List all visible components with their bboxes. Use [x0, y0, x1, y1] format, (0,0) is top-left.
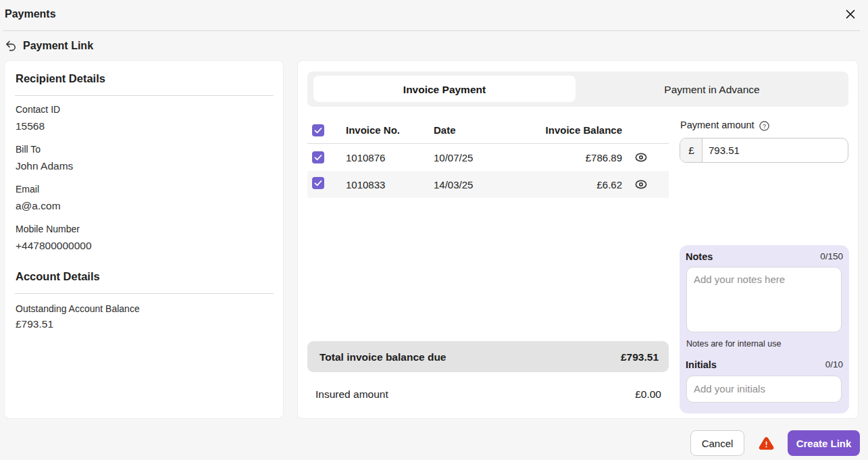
svg-text:?: ?	[763, 122, 766, 130]
